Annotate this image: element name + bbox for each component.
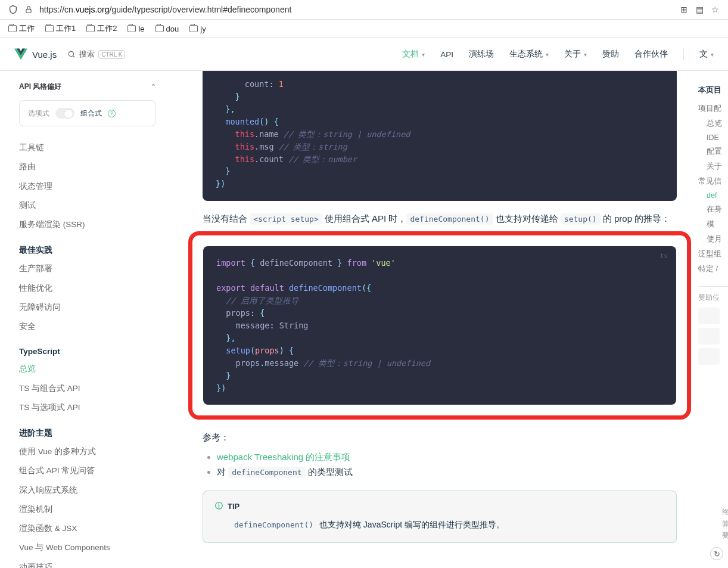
ref-item-2: 对 defineComponent 的类型测试	[217, 465, 677, 480]
folder-icon	[86, 25, 95, 32]
sponsor-box[interactable]	[698, 348, 720, 365]
sidebar-item[interactable]: 安全	[19, 317, 156, 336]
references-title: 参考：	[203, 429, 677, 445]
code-block-1: count: 1 } }, mounted() { this.name // 类…	[203, 71, 677, 201]
sidebar-item[interactable]: 工具链	[19, 138, 156, 157]
bookmark-item[interactable]: 工作2	[86, 23, 117, 34]
search-icon	[67, 50, 76, 58]
toggle-switch[interactable]	[55, 108, 74, 119]
ref-link-treeshaking[interactable]: webpack Treeshaking 的注意事项	[217, 452, 350, 462]
sidebar-item[interactable]: 生产部署	[19, 259, 156, 278]
bookmarks-bar: 工作工作1工作2ledoujy	[0, 20, 728, 38]
code-language-tag: ts	[660, 251, 668, 261]
nav-item-6[interactable]: 合作伙伴	[634, 49, 668, 60]
toc-item[interactable]: 总览	[698, 116, 728, 131]
toc-item[interactable]: 项目配	[698, 101, 728, 116]
chevron-up-icon[interactable]: ⌃	[151, 83, 156, 91]
main-nav: 文档API演练场生态系统关于赞助合作伙伴文	[402, 48, 714, 60]
sidebar-item[interactable]: 深入响应式系统	[19, 481, 156, 500]
toc-item[interactable]: def	[698, 189, 728, 202]
sidebar-item[interactable]: 使用 Vue 的多种方式	[19, 442, 156, 461]
toc-item[interactable]: 使月	[698, 232, 728, 247]
sidebar-item[interactable]: 组合式 API 常见问答	[19, 461, 156, 480]
sponsor-boxes	[698, 308, 728, 365]
nav-item-3[interactable]: 生态系统	[509, 49, 549, 60]
nav-item-1[interactable]: API	[440, 50, 453, 59]
bookmark-item[interactable]: le	[127, 24, 144, 33]
sidebar-item[interactable]: 渲染机制	[19, 500, 156, 519]
floating-text: 终算要	[722, 507, 728, 541]
option-composition-api: 组合式	[80, 108, 102, 119]
search-label: 搜索	[79, 49, 95, 60]
bookmark-item[interactable]: dou	[155, 24, 179, 33]
floating-help-icon[interactable]: ↻	[710, 547, 723, 560]
logo-text: Vue.js	[32, 49, 57, 60]
nav-item-2[interactable]: 演练场	[469, 49, 494, 60]
tip-text: defineComponent() 也支持对纯 JavaScript 编写的组件…	[215, 517, 664, 532]
lock-icon	[24, 5, 33, 14]
sidebar-item[interactable]: 无障碍访问	[19, 298, 156, 317]
nav-translate[interactable]: 文	[699, 49, 714, 60]
toc-item[interactable]: 常见信	[698, 174, 728, 189]
inline-code-setup: setup()	[561, 213, 601, 225]
info-icon[interactable]: ?	[108, 110, 116, 117]
sidebar-item[interactable]: 测试	[19, 196, 156, 215]
nav-item-0[interactable]: 文档	[402, 49, 425, 60]
sidebar-heading: TypeScript	[19, 336, 156, 359]
sidebar-item[interactable]: 路由	[19, 157, 156, 176]
toc-item[interactable]: 关于	[698, 159, 728, 174]
logo[interactable]: Vue.js	[14, 48, 57, 60]
sidebar-item[interactable]: Vue 与 Web Components	[19, 538, 156, 557]
sidebar-heading: 最佳实践	[19, 234, 156, 259]
explainer-paragraph: 当没有结合 <script setup> 使用组合式 API 时，defineC…	[203, 210, 677, 226]
folder-icon	[45, 25, 54, 32]
inline-code-script-setup: <script setup>	[250, 213, 322, 225]
highlighted-region: tsimport { defineComponent } from 'vue' …	[188, 231, 691, 420]
sidebar-item[interactable]: 动画技巧	[19, 558, 156, 569]
toc-item[interactable]: IDE	[698, 131, 728, 144]
api-preference-toggle[interactable]: 选项式 组合式 ?	[19, 100, 156, 126]
sidebar-item[interactable]: TS 与选项式 API	[19, 398, 156, 417]
sidebar-item[interactable]: TS 与组合式 API	[19, 379, 156, 398]
bookmark-item[interactable]: jy	[189, 24, 206, 33]
sidebar-item[interactable]: 总览	[19, 359, 156, 378]
qr-icon[interactable]: ⊞	[679, 5, 689, 14]
browser-url-bar: https://cn.vuejs.org/guide/typescript/ov…	[0, 0, 728, 20]
bookmark-item[interactable]: 工作1	[45, 23, 76, 34]
reader-icon[interactable]: ▤	[695, 5, 704, 14]
sponsor-label: 赞助位	[698, 293, 728, 303]
url-text[interactable]: https://cn.vuejs.org/guide/typescript/ov…	[39, 5, 291, 14]
inline-code-tip: defineComponent()	[231, 519, 317, 530]
toc-item[interactable]: 特定 /	[698, 262, 728, 277]
search-box[interactable]: 搜索 CTRL K	[67, 49, 125, 60]
table-of-contents: 本页目 项目配总览IDE配置关于常见信def在身模使月泛型组特定 / 赞助位	[698, 71, 728, 568]
search-kbd: CTRL K	[98, 50, 125, 59]
references-list: webpack Treeshaking 的注意事项 对 defineCompon…	[203, 450, 677, 480]
sidebar-item[interactable]: 服务端渲染 (SSR)	[19, 215, 156, 234]
sponsor-box[interactable]	[698, 328, 720, 344]
sponsor-box[interactable]	[698, 308, 720, 324]
main-content: count: 1 } }, mounted() { this.name // 类…	[173, 71, 698, 568]
nav-item-5[interactable]: 赞助	[602, 49, 619, 60]
sidebar-item[interactable]: 性能优化	[19, 279, 156, 298]
bookmark-item[interactable]: 工作	[8, 23, 35, 34]
folder-icon	[127, 25, 136, 32]
nav-divider	[683, 48, 684, 60]
sidebar-item[interactable]: 渲染函数 & JSX	[19, 519, 156, 538]
toc-item[interactable]: 配置	[698, 144, 728, 159]
toc-item[interactable]: 在身	[698, 202, 728, 217]
code-block-2: tsimport { defineComponent } from 'vue' …	[203, 246, 676, 405]
tip-icon: ⓘ	[215, 501, 223, 511]
sidebar-item[interactable]: 状态管理	[19, 177, 156, 196]
star-icon[interactable]: ☆	[710, 5, 720, 14]
folder-icon	[8, 25, 17, 32]
folder-icon	[155, 25, 164, 32]
toc-item[interactable]: 泛型组	[698, 247, 728, 262]
shield-icon	[8, 5, 18, 14]
option-options-api: 选项式	[28, 108, 49, 119]
sidebar-heading: 进阶主题	[19, 417, 156, 442]
toc-item[interactable]: 模	[698, 217, 728, 232]
sidebar: API 风格偏好 ⌃ 选项式 组合式 ? 工具链路由状态管理测试服务端渲染 (S…	[0, 71, 173, 568]
vue-logo-icon	[14, 48, 27, 60]
nav-item-4[interactable]: 关于	[564, 49, 587, 60]
